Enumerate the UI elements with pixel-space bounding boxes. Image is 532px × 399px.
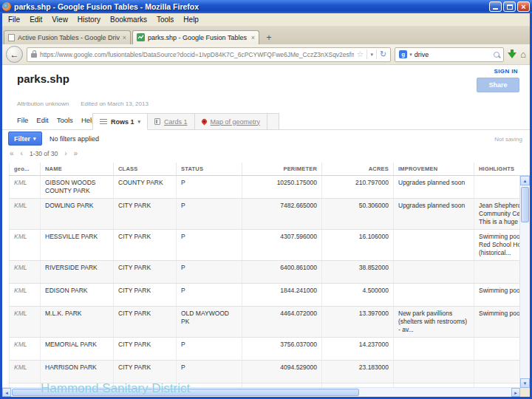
cell-class[interactable]: CITY PARK (114, 261, 177, 284)
cell-class[interactable]: CITY PARK (114, 284, 177, 307)
cell-class[interactable]: CITY PARK (114, 230, 177, 261)
cell-perimeter[interactable]: 1844.241000 (242, 284, 322, 307)
cell-acres[interactable]: 38.852000 (322, 261, 394, 284)
cell-perimeter[interactable]: 4464.072000 (242, 307, 322, 338)
previous-page-icon[interactable]: ‹ (21, 149, 23, 157)
cell-perimeter[interactable]: 10250.175000 (242, 176, 322, 199)
cell-perimeter[interactable]: 3756.037000 (242, 338, 322, 361)
cell-acres[interactable]: 210.797000 (322, 176, 394, 199)
column-header-class[interactable]: CLASS (114, 163, 177, 176)
cell-name[interactable]: M.L.K. PARK (41, 307, 114, 338)
cell-acres[interactable]: 14.237000 (322, 338, 394, 361)
share-button[interactable]: Share (477, 78, 519, 92)
cell-improvemen[interactable]: Upgrades planned soon (394, 199, 474, 230)
new-tab-button[interactable]: + (261, 31, 277, 44)
search-engine-dropdown-icon[interactable]: ▾ (409, 52, 412, 58)
scroll-left-icon[interactable]: ◂ (2, 388, 11, 397)
scroll-right-icon[interactable]: ▸ (511, 388, 520, 397)
cell-improvemen[interactable] (394, 338, 474, 361)
cell-class[interactable]: CITY PARK (114, 199, 177, 230)
cell-status[interactable]: P (177, 284, 242, 307)
browser-tab-drive[interactable]: Active Fusion Tables - Google Drive × (4, 30, 131, 44)
menu-help[interactable]: Help (183, 16, 199, 24)
cell-acres[interactable]: 4.500000 (322, 284, 394, 307)
scroll-up-icon[interactable]: ▴ (520, 176, 530, 185)
close-tab-icon[interactable]: × (251, 34, 255, 41)
cell-status[interactable]: P (177, 199, 242, 230)
cell-class[interactable]: CITY PARK (114, 361, 177, 383)
table-row[interactable]: KMLEDISON PARKCITY PARKP1844.2410004.500… (10, 284, 531, 307)
cell-perimeter[interactable]: 4094.529000 (242, 361, 322, 383)
url-bar[interactable]: https://www.google.com/fusiontables/Data… (27, 47, 391, 62)
column-header-highlights[interactable]: HIGHLIGHTS (474, 163, 531, 176)
cell-acres[interactable]: 16.106000 (322, 230, 394, 261)
column-header-name[interactable]: NAME (41, 163, 114, 176)
cell-perimeter[interactable]: 6400.861000 (242, 261, 322, 284)
cell-geo[interactable]: KML (10, 338, 41, 361)
menu-tools[interactable]: Tools (157, 16, 174, 24)
download-icon[interactable] (508, 50, 516, 59)
last-page-icon[interactable]: » (74, 149, 78, 157)
cell-name[interactable]: RIVERSIDE PARK (41, 261, 114, 284)
ft-menu-tools[interactable]: Tools (57, 116, 73, 124)
reload-icon[interactable]: ↻ (380, 50, 386, 59)
cell-name[interactable]: EDISON PARK (41, 284, 114, 307)
cell-improvemen[interactable] (394, 230, 474, 261)
back-button[interactable]: ← (6, 46, 23, 63)
cell-geo[interactable]: KML (10, 176, 41, 199)
search-icon[interactable] (494, 52, 499, 58)
cell-geo[interactable]: KML (10, 284, 41, 307)
column-header-perimeter[interactable]: PERIMETER (242, 163, 322, 176)
table-row[interactable]: KMLDOWLING PARKCITY PARKP7482.66500050.3… (10, 199, 531, 230)
cell-class[interactable]: CITY PARK (114, 307, 177, 338)
minimize-button[interactable] (489, 1, 502, 12)
cell-acres[interactable]: 13.397000 (322, 307, 394, 338)
view-tab-stub[interactable] (267, 113, 279, 130)
view-tab-cards[interactable]: Cards 1 (148, 113, 195, 130)
close-tab-icon[interactable]: × (123, 34, 126, 41)
view-tab-rows[interactable]: Rows 1 ▾ (92, 113, 148, 130)
cell-improvemen[interactable] (394, 261, 474, 284)
cell-name[interactable]: HARRISON PARK (41, 361, 114, 383)
cell-class[interactable]: CITY PARK (114, 338, 177, 361)
cell-class[interactable]: COUNTY PARK (114, 176, 177, 199)
cell-status[interactable]: P (177, 361, 242, 383)
search-input[interactable]: drive (415, 51, 491, 58)
table-row[interactable]: KMLHARRISON PARKCITY PARKP4094.52900023.… (10, 361, 531, 383)
next-page-icon[interactable]: › (64, 149, 66, 157)
cell-acres[interactable]: 50.306000 (322, 199, 394, 230)
cell-status[interactable]: P (177, 338, 242, 361)
table-row[interactable]: KMLHESSVILLE PARKCITY PARKP4307.59600016… (10, 230, 531, 261)
column-header-improvemen[interactable]: IMPROVEMEN (394, 163, 474, 176)
vertical-scroll-thumb[interactable] (521, 187, 529, 222)
view-tab-map[interactable]: Map of geometry (195, 113, 268, 130)
ft-menu-edit[interactable]: Edit (36, 116, 48, 124)
cell-name[interactable]: MEMORIAL PARK (41, 338, 114, 361)
cell-name[interactable]: GIBSON WOODS COUNTY PARK (41, 176, 114, 199)
cell-perimeter[interactable]: 4307.596000 (242, 230, 322, 261)
filter-button[interactable]: Filter ▾ (8, 132, 42, 146)
cell-status[interactable]: P (177, 261, 242, 284)
vertical-scrollbar[interactable]: ▴ ▾ (519, 176, 530, 388)
cell-improvemen[interactable]: New park pavillions (shelters with restr… (394, 307, 474, 338)
column-header-status[interactable]: STATUS (177, 163, 242, 176)
ft-menu-file[interactable]: File (17, 116, 28, 124)
maximize-button[interactable] (503, 1, 516, 12)
scroll-down-icon[interactable]: ▾ (520, 378, 530, 388)
cell-improvemen[interactable] (394, 361, 474, 383)
cell-improvemen[interactable] (394, 284, 474, 307)
browser-tab-parks[interactable]: parks.shp - Google Fusion Tables × (132, 30, 259, 44)
urlbar-dropdown-icon[interactable]: ▾ (370, 52, 373, 58)
first-page-icon[interactable]: « (10, 149, 14, 157)
sign-in-link[interactable]: SIGN IN (494, 68, 518, 75)
cell-geo[interactable]: KML (10, 199, 41, 230)
menu-bookmarks[interactable]: Bookmarks (110, 16, 147, 24)
menu-edit[interactable]: Edit (30, 16, 42, 24)
menu-view[interactable]: View (52, 16, 68, 24)
home-icon[interactable]: ⌂ (520, 50, 526, 59)
close-button[interactable]: × (517, 1, 530, 12)
cell-improvemen[interactable]: Upgrades planned soon (394, 176, 474, 199)
search-bar[interactable]: g ▾ drive (395, 47, 504, 62)
cell-status[interactable]: P (177, 230, 242, 261)
cell-geo[interactable]: KML (10, 307, 41, 338)
